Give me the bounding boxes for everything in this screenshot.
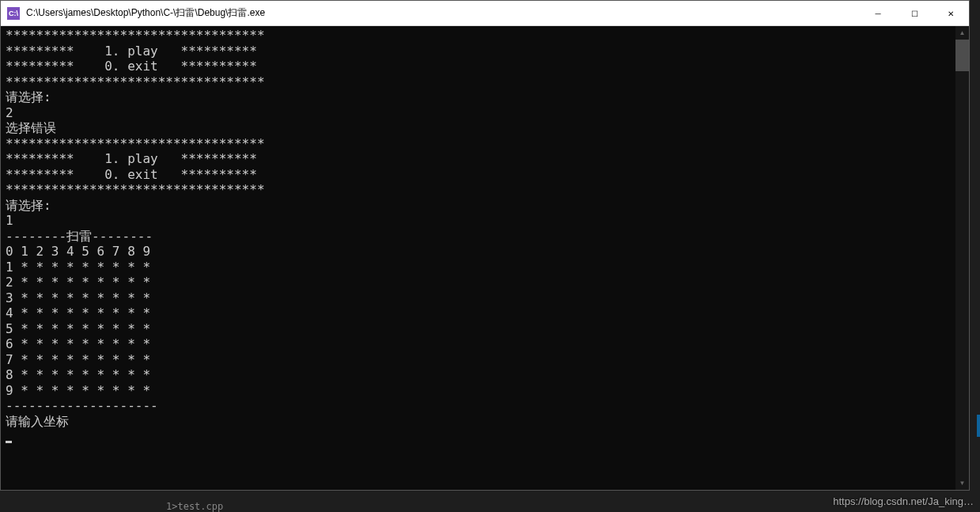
console-line: **********************************: [6, 182, 265, 197]
console-line: 5 * * * * * * * * *: [6, 321, 150, 336]
console-line: 2: [6, 105, 13, 120]
titlebar-buttons: ─ ☐ ✕: [860, 1, 969, 25]
watermark-text: https://blog.csdn.net/Ja_king…: [833, 495, 974, 507]
console-line: 0 1 2 3 4 5 6 7 8 9: [6, 244, 150, 259]
window-title: C:\Users\james\Desktop\Python\C-\扫雷\Debu…: [26, 6, 860, 20]
console-line: **********************************: [6, 28, 265, 43]
console-line: ********* 1. play **********: [6, 44, 257, 59]
console-line: --------------------: [6, 398, 158, 413]
background-editor-tab: 1>test.cpp: [166, 501, 223, 512]
console-output: ********************************** *****…: [1, 26, 969, 446]
console-line: ********* 0. exit **********: [6, 59, 257, 74]
console-line: 1: [6, 213, 13, 228]
console-line: --------扫雷--------: [6, 229, 153, 244]
console-line: 选择错误: [6, 120, 56, 135]
app-icon: C:\: [7, 7, 20, 20]
console-window: C:\ C:\Users\james\Desktop\Python\C-\扫雷\…: [0, 0, 970, 491]
console-line: 4 * * * * * * * * *: [6, 305, 150, 320]
console-line: 9 * * * * * * * * *: [6, 383, 150, 398]
minimize-button[interactable]: ─: [860, 1, 896, 26]
console-area[interactable]: ********************************** *****…: [1, 26, 969, 490]
close-button[interactable]: ✕: [933, 1, 969, 26]
console-line: **********************************: [6, 136, 265, 151]
console-line: ********* 1. play **********: [6, 151, 257, 166]
scroll-thumb[interactable]: [955, 40, 969, 71]
console-line: 3 * * * * * * * * *: [6, 290, 150, 305]
scrollbar-vertical[interactable]: ▲ ▼: [955, 26, 969, 490]
cursor: [6, 441, 12, 443]
console-line: 6 * * * * * * * * *: [6, 336, 150, 351]
console-line: 2 * * * * * * * * *: [6, 275, 150, 290]
scroll-down-arrow[interactable]: ▼: [955, 476, 969, 490]
scroll-track[interactable]: [955, 40, 969, 476]
console-line: 1 * * * * * * * * *: [6, 260, 150, 275]
maximize-button[interactable]: ☐: [896, 1, 933, 26]
console-line: 8 * * * * * * * * *: [6, 367, 150, 382]
console-line: **********************************: [6, 74, 265, 89]
console-line: 请选择:: [6, 198, 51, 213]
background-accent: [977, 415, 980, 437]
titlebar[interactable]: C:\ C:\Users\james\Desktop\Python\C-\扫雷\…: [1, 1, 969, 26]
console-line: 请选择:: [6, 89, 51, 104]
console-line: 7 * * * * * * * * *: [6, 352, 150, 367]
console-line: ********* 0. exit **********: [6, 167, 257, 182]
console-line: 请输入坐标: [6, 414, 69, 429]
scroll-up-arrow[interactable]: ▲: [955, 26, 969, 40]
